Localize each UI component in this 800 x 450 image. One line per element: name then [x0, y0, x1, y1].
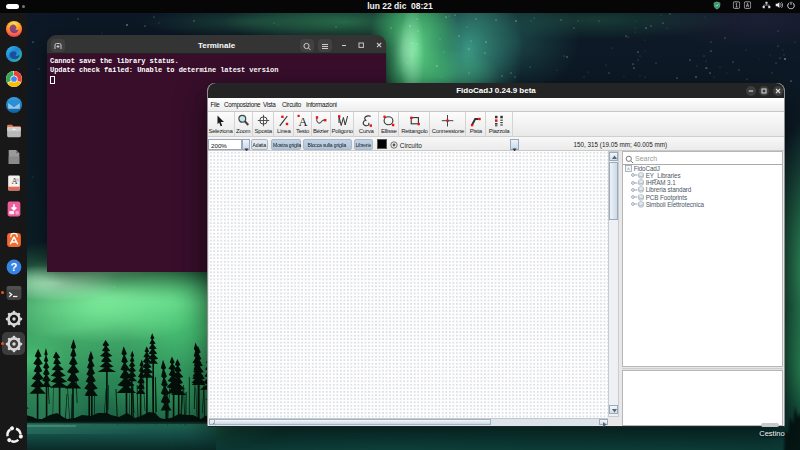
svg-text:A: A [298, 115, 307, 127]
svg-text:?: ? [10, 261, 17, 273]
